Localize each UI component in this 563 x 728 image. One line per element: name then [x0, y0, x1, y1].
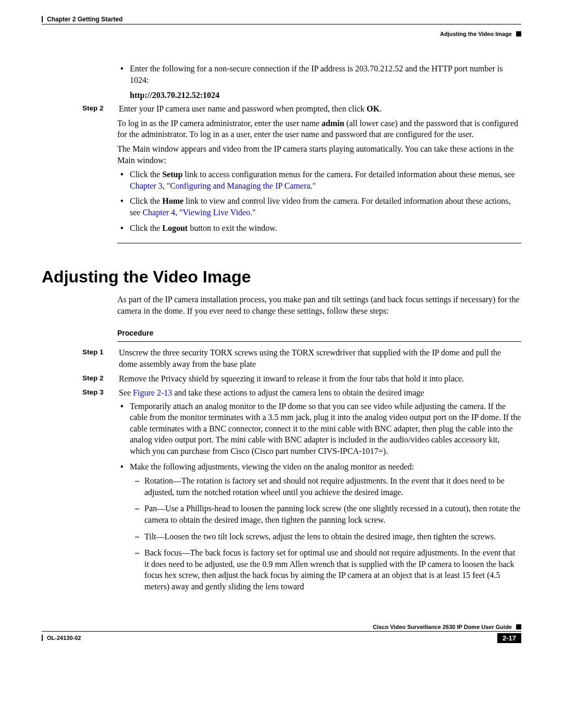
text: Click the	[130, 170, 162, 179]
chapter-label: Chapter 2 Getting Started	[47, 16, 123, 23]
footer-rule	[42, 631, 521, 632]
backfocus-item: Back focus—The back focus is factory set…	[144, 547, 521, 592]
text: button to exit the window.	[188, 224, 277, 232]
main-window-para: The Main window appears and video from t…	[117, 143, 521, 166]
tilt-item: Tilt—Loosen the two tilt lock screws, ad…	[144, 531, 521, 542]
home-word: Home	[162, 196, 183, 205]
step3-text-b: and take these actions to adjust the cam…	[172, 388, 424, 397]
section-divider	[117, 243, 521, 243]
admin-para-a: To log in as the IP camera administrator…	[117, 119, 322, 128]
footer-guide-title: Cisco Video Surveillance 2630 IP Dome Us…	[373, 624, 512, 630]
header-rule	[42, 24, 521, 24]
adjust-bullet: Make the following adjustments, viewing …	[130, 461, 521, 593]
procedure-label: Procedure	[117, 329, 521, 337]
step-label: Step 1	[82, 347, 119, 356]
text: Make the following adjustments, viewing …	[130, 462, 414, 471]
footer-bar-icon	[42, 635, 43, 641]
step-text-tail: .	[380, 104, 382, 113]
header-bar-icon	[42, 16, 43, 22]
setup-bullet: Click the Setup link to access configura…	[130, 169, 521, 191]
header-square-icon	[516, 31, 521, 36]
logout-word: Logout	[162, 224, 188, 232]
chapter3-link[interactable]: Chapter 3, "Configuring and Managing the…	[130, 181, 316, 190]
figure-link[interactable]: Figure 2-13	[133, 388, 172, 397]
section-heading: Adjusting the Video Image	[42, 267, 521, 287]
header-topic: Adjusting the Video Image	[440, 31, 512, 37]
step2-text: Remove the Privacy shield by squeezing i…	[119, 373, 521, 385]
ok-label: OK	[366, 104, 380, 113]
step3-text-a: See	[119, 388, 133, 397]
admin-word: admin	[322, 119, 345, 128]
bnc-bullet: Temporarily attach an analog monitor to …	[130, 401, 521, 457]
step-text: Enter your IP camera user name and passw…	[119, 104, 366, 113]
text: Click the	[130, 196, 162, 205]
step1-text: Unscrew the three security TORX screws u…	[119, 347, 521, 369]
text: link to access configuration menus for t…	[182, 170, 515, 179]
chapter4-link[interactable]: Chapter 4, "Viewing Live Video."	[142, 208, 255, 217]
home-bullet: Click the Home link to view and control …	[130, 195, 521, 218]
step-label: Step 2	[82, 103, 119, 112]
example-url: http://203.70.212.52:1024	[130, 91, 521, 100]
section-intro: As part of the IP camera installation pr…	[117, 294, 521, 316]
pan-item: Pan—Use a Phillips-head to loosen the pa…	[144, 503, 521, 525]
page-number: 2-17	[497, 633, 521, 643]
footer-square-icon	[516, 624, 521, 630]
footer-doc-number: OL-24130-02	[47, 635, 81, 641]
step-label: Step 2	[82, 373, 119, 382]
intro-bullet: Enter the following for a non-secure con…	[130, 63, 521, 85]
logout-bullet: Click the Logout button to exit the wind…	[130, 223, 521, 234]
text: Click the	[130, 224, 162, 232]
step-label: Step 3	[82, 387, 119, 396]
rotation-item: Rotation—The rotation is factory set and…	[144, 475, 521, 498]
setup-word: Setup	[162, 170, 182, 179]
procedure-divider	[117, 341, 521, 342]
header-row: Chapter 2 Getting Started	[42, 16, 521, 23]
